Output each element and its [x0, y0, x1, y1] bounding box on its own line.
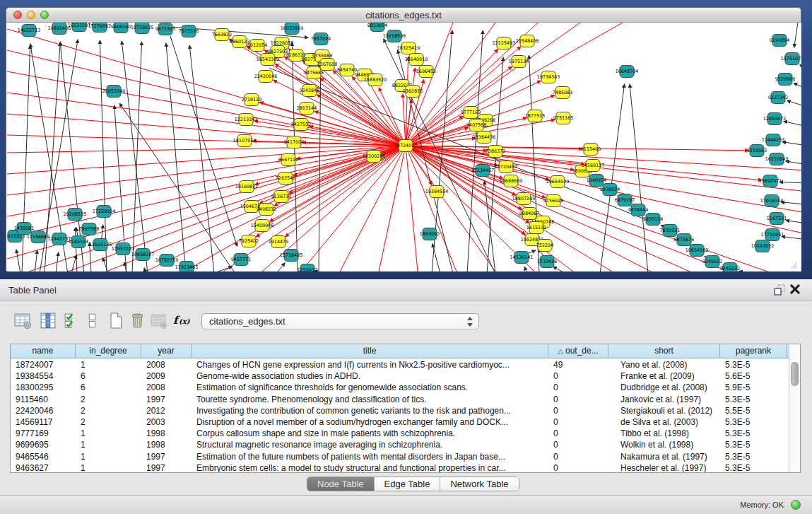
- table-row[interactable]: 1872400712008Changes of HCN gene express…: [11, 359, 789, 370]
- table-row[interactable]: 1830029562008Estimation of significance …: [11, 382, 789, 393]
- graph-node[interactable]: 9498212: [257, 204, 276, 216]
- graph-node[interactable]: 19169821: [235, 181, 259, 193]
- graph-node[interactable]: 12093872: [763, 113, 787, 125]
- float-panel-icon[interactable]: [772, 284, 787, 296]
- graph-node[interactable]: 8215953: [747, 145, 767, 157]
- table-cell[interactable]: 5.3E-5: [720, 359, 787, 370]
- graph-node[interactable]: 11548408: [516, 35, 539, 47]
- table-cell[interactable]: 2008: [141, 359, 192, 370]
- table-cell[interactable]: 19384554: [11, 370, 76, 382]
- graph-node[interactable]: 752294: [536, 240, 553, 252]
- graph-node[interactable]: 18107554: [233, 135, 257, 147]
- table-cell[interactable]: 5.5E-5: [720, 405, 787, 416]
- table-cell[interactable]: 5.9E-5: [720, 382, 787, 393]
- graph-node[interactable]: 11923465: [175, 262, 199, 272]
- table-cell[interactable]: Nakamura et al. (1997): [608, 451, 720, 462]
- delete-column-icon[interactable]: [147, 310, 170, 331]
- table-cell[interactable]: 0: [548, 370, 608, 382]
- table-row[interactable]: 977716911998Corpus callosum shape and si…: [11, 428, 789, 439]
- table-cell[interactable]: 0: [548, 451, 608, 462]
- graph-node[interactable]: 10243022: [751, 240, 775, 252]
- network-canvas[interactable]: 1405571320891406165532871527600294661601…: [7, 23, 801, 271]
- graph-node[interactable]: 7925402: [239, 235, 259, 247]
- table-cell[interactable]: de Silva et al. (2003): [608, 416, 720, 428]
- table-cell[interactable]: 2: [76, 416, 141, 428]
- select-all-icon[interactable]: [59, 310, 82, 331]
- graph-node[interactable]: 17359924: [93, 206, 116, 218]
- table-cell[interactable]: Corpus callosum shape and size in male p…: [192, 428, 548, 439]
- table-cell[interactable]: 14569117: [11, 416, 76, 428]
- table-row[interactable]: 2242004622012Investigating the contribut…: [11, 405, 789, 416]
- table-cell[interactable]: Franke et al. (2009): [608, 370, 720, 382]
- graph-node[interactable]: 2718129: [242, 94, 261, 106]
- table-cell[interactable]: Wolkin et al. (1998): [608, 439, 720, 450]
- table-cell[interactable]: 0: [548, 382, 608, 393]
- table-cell[interactable]: 5.3E-5: [720, 428, 787, 439]
- table-cell[interactable]: 9465546: [11, 451, 76, 462]
- graph-node[interactable]: 1975134: [509, 56, 529, 68]
- graph-node[interactable]: 1167531: [767, 213, 787, 225]
- table-cell[interactable]: 0: [548, 428, 608, 439]
- table-cell[interactable]: 2: [76, 394, 141, 405]
- table-cell[interactable]: 0: [548, 394, 608, 405]
- graph-node[interactable]: 14055713: [18, 25, 41, 37]
- resize-grip-icon[interactable]: [789, 260, 799, 269]
- graph-node[interactable]: 7832621: [660, 225, 680, 237]
- graph-node[interactable]: 7857224: [311, 33, 331, 45]
- table-cell[interactable]: Yano et al. (2008): [608, 359, 720, 370]
- table-cell[interactable]: 1998: [141, 439, 192, 450]
- unselect-all-icon[interactable]: [81, 310, 103, 331]
- table-cell[interactable]: 0: [548, 439, 608, 450]
- table-cell[interactable]: 1: [76, 462, 141, 472]
- graph-node[interactable]: 7485083: [553, 87, 572, 99]
- table-row[interactable]: 946554611997Estimation of the future num…: [11, 451, 789, 462]
- table-row[interactable]: 1456911722003Disruption of a novel membe…: [11, 416, 789, 428]
- table-cell[interactable]: Embryonic stem cells: a model to study s…: [192, 462, 548, 472]
- table-cell[interactable]: 6: [76, 370, 141, 382]
- graph-node[interactable]: 8912954: [247, 40, 267, 52]
- graph-node[interactable]: 6479197: [615, 194, 635, 206]
- graph-node[interactable]: 15276002: [88, 23, 112, 33]
- graph-node[interactable]: 1255432: [298, 264, 317, 272]
- graph-node[interactable]: 9245022: [720, 263, 740, 272]
- graph-node[interactable]: 19218596: [383, 30, 406, 42]
- graph-node[interactable]: 9751165: [553, 112, 573, 124]
- table-cell[interactable]: 1: [76, 359, 141, 370]
- graph-node[interactable]: 9417004: [284, 136, 304, 148]
- table-cell[interactable]: 2: [76, 405, 141, 416]
- table-cell[interactable]: 6: [76, 382, 141, 393]
- graph-node[interactable]: 1362815: [403, 86, 423, 98]
- graph-node[interactable]: 12125493: [493, 37, 516, 49]
- graph-node[interactable]: 1615132: [526, 222, 546, 234]
- function-builder-icon[interactable]: f(x): [171, 310, 194, 331]
- table-cell[interactable]: 1: [76, 451, 141, 462]
- table-cell[interactable]: 2012: [141, 405, 192, 416]
- graph-node[interactable]: 13505135: [89, 239, 112, 251]
- table-cell[interactable]: 5.3E-5: [720, 394, 787, 405]
- table-cell[interactable]: Hescheler et al. (1997): [608, 462, 720, 472]
- graph-node[interactable]: 9497568: [466, 119, 486, 132]
- table-cell[interactable]: 18300295: [11, 382, 76, 393]
- table-cell[interactable]: 0: [548, 405, 608, 416]
- graph-node[interactable]: 1877515: [525, 110, 545, 122]
- column-header-year[interactable]: year: [141, 344, 192, 358]
- graph-node[interactable]: 16648784: [616, 66, 639, 78]
- network-window-titlebar[interactable]: citations_edges.txt: [6, 8, 801, 23]
- graph-node[interactable]: 16553287: [68, 23, 91, 32]
- table-cell[interactable]: Dudbridge et al. (2008): [608, 382, 720, 393]
- graph-node[interactable]: 9242848: [300, 85, 319, 97]
- tab-edge-table[interactable]: Edge Table: [375, 477, 441, 491]
- graph-node[interactable]: 9126730: [271, 191, 291, 203]
- table-row[interactable]: 1938455462009Genome-wide association stu…: [11, 370, 789, 382]
- graph-node[interactable]: 1914479: [269, 236, 288, 248]
- table-row[interactable]: 969969511998Structural magnetic resonanc…: [11, 439, 789, 450]
- graph-node[interactable]: 8813054: [367, 23, 387, 32]
- table-vertical-scrollbar[interactable]: [789, 344, 800, 472]
- new-table-icon[interactable]: [105, 310, 127, 331]
- graph-node[interactable]: 1696452: [416, 66, 436, 78]
- graph-node[interactable]: 7997588: [79, 223, 99, 235]
- table-cell[interactable]: Estimation of the future numbers of pati…: [192, 451, 548, 462]
- table-cell[interactable]: Changes of HCN gene expression and I(f) …: [192, 359, 548, 370]
- graph-node[interactable]: 9224894: [770, 35, 789, 47]
- table-cell[interactable]: 9463627: [11, 462, 76, 472]
